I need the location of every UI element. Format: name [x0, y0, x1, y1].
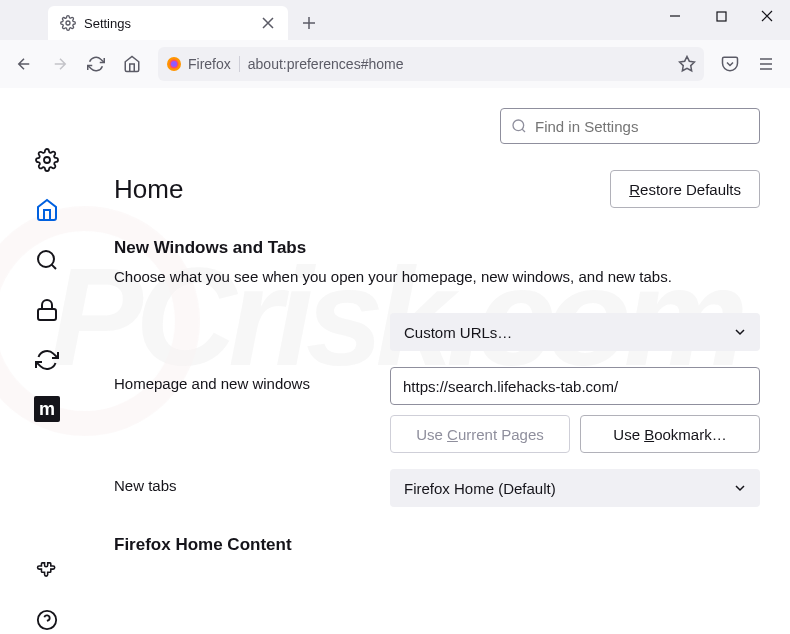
chevron-down-icon: [734, 326, 746, 338]
svg-point-7: [38, 251, 54, 267]
sidebar-item-general[interactable]: [33, 146, 61, 174]
search-input[interactable]: [500, 108, 760, 144]
search-icon: [511, 118, 527, 134]
sidebar-item-privacy[interactable]: [33, 296, 61, 324]
sidebar-item-mozilla[interactable]: m: [34, 396, 60, 422]
close-window-button[interactable]: [744, 0, 790, 32]
section-description: Choose what you see when you open your h…: [114, 268, 760, 285]
minimize-button[interactable]: [652, 0, 698, 32]
window-controls: [652, 0, 790, 40]
tab-settings[interactable]: Settings: [48, 6, 288, 40]
svg-point-6: [44, 157, 50, 163]
homepage-label: [114, 313, 374, 321]
section-title-2: Firefox Home Content: [114, 535, 760, 555]
homepage-url-input[interactable]: [390, 367, 760, 405]
back-button[interactable]: [8, 48, 40, 80]
main: Home Restore Defaults New Windows and Ta…: [94, 88, 790, 634]
firefox-icon: [166, 56, 182, 72]
use-bookmark-button[interactable]: Use Bookmark…: [580, 415, 760, 453]
newtabs-select-value: Firefox Home (Default): [404, 480, 556, 497]
svg-rect-1: [717, 12, 726, 21]
use-current-pages-button[interactable]: Use Current Pages: [390, 415, 570, 453]
sidebar-item-sync[interactable]: [33, 346, 61, 374]
sidebar-item-search[interactable]: [33, 246, 61, 274]
svg-line-13: [522, 129, 525, 132]
svg-point-0: [66, 21, 70, 25]
reload-button[interactable]: [80, 48, 112, 80]
chevron-down-icon: [734, 482, 746, 494]
svg-rect-9: [38, 309, 56, 320]
gear-icon: [60, 15, 76, 31]
page-title: Home: [114, 174, 183, 205]
home-button[interactable]: [116, 48, 148, 80]
sidebar-item-home[interactable]: [33, 196, 61, 224]
sidebar: m: [0, 88, 94, 634]
svg-line-8: [52, 265, 56, 269]
sidebar-item-help[interactable]: [33, 606, 61, 634]
svg-marker-5: [680, 57, 695, 71]
homepage-select-value: Custom URLs…: [404, 324, 512, 341]
content: m Home Restore Defaults New Windows and …: [0, 88, 790, 634]
toolbar: Firefox about:preferences#home: [0, 40, 790, 88]
homepage-label-text: Homepage and new windows: [114, 367, 374, 392]
urlbar[interactable]: Firefox about:preferences#home: [158, 47, 704, 81]
svg-point-12: [513, 120, 524, 131]
svg-point-4: [171, 61, 177, 67]
titlebar: Settings: [0, 0, 790, 40]
urlbar-identity-label: Firefox: [188, 56, 231, 72]
urlbar-text: about:preferences#home: [248, 56, 404, 72]
newtabs-select[interactable]: Firefox Home (Default): [390, 469, 760, 507]
close-icon[interactable]: [258, 13, 278, 33]
tab-title: Settings: [84, 16, 131, 31]
app-menu-button[interactable]: [750, 48, 782, 80]
sidebar-item-extensions[interactable]: [33, 556, 61, 584]
forward-button[interactable]: [44, 48, 76, 80]
maximize-button[interactable]: [698, 0, 744, 32]
restore-defaults-button[interactable]: Restore Defaults: [610, 170, 760, 208]
urlbar-identity: Firefox: [166, 56, 240, 72]
bookmark-star-icon[interactable]: [678, 55, 696, 73]
new-tab-button[interactable]: [294, 8, 324, 38]
search-field[interactable]: [535, 118, 749, 135]
section-title: New Windows and Tabs: [114, 238, 760, 258]
newtabs-label: New tabs: [114, 469, 374, 494]
pocket-button[interactable]: [714, 48, 746, 80]
homepage-select[interactable]: Custom URLs…: [390, 313, 760, 351]
